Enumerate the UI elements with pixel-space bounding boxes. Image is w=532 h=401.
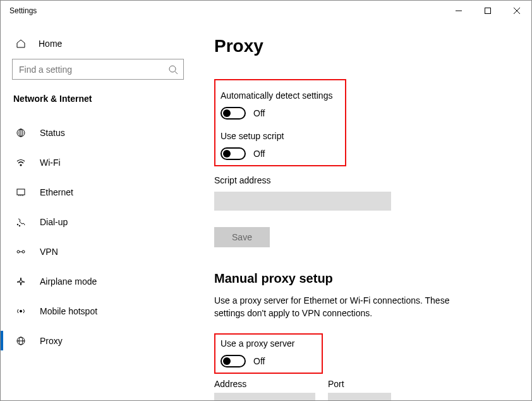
svg-point-17 (22, 250, 25, 253)
svg-rect-1 (485, 8, 491, 14)
search-input[interactable] (12, 59, 184, 80)
svg-rect-10 (17, 189, 25, 195)
auto-proxy-highlight: Automatically detect settings Off Use se… (214, 79, 346, 166)
use-proxy-state: Off (253, 356, 265, 366)
page-title: Proxy (214, 36, 516, 56)
auto-detect-toggle[interactable] (221, 107, 246, 120)
sidebar-item-ethernet[interactable]: Ethernet (1, 177, 195, 207)
main-content: Proxy Automatically detect settings Off … (195, 21, 531, 401)
auto-detect-label: Automatically detect settings (221, 90, 340, 101)
manual-description: Use a proxy server for Ethernet or Wi-Fi… (214, 295, 480, 319)
dialup-icon (16, 217, 26, 227)
sidebar-item-label: Wi-Fi (40, 157, 61, 168)
sidebar: Home Network & Internet Status Wi-Fi (1, 21, 195, 401)
maximize-icon (485, 8, 491, 14)
manual-proxy-highlight: Use a proxy server Off (214, 333, 323, 374)
script-address-label: Script address (214, 175, 516, 185)
svg-point-14 (17, 224, 18, 225)
manual-heading: Manual proxy setup (214, 271, 516, 286)
port-label: Port (328, 379, 391, 389)
svg-point-4 (169, 66, 176, 72)
sidebar-item-dialup[interactable]: Dial-up (1, 207, 195, 237)
minimize-button[interactable] (444, 1, 473, 21)
sidebar-item-label: Ethernet (40, 187, 73, 197)
sidebar-item-proxy[interactable]: Proxy (1, 326, 195, 355)
svg-point-15 (19, 225, 20, 226)
wifi-icon (16, 157, 26, 168)
section-heading: Network & Internet (1, 94, 195, 111)
minimize-icon (456, 8, 462, 14)
window-title: Settings (9, 6, 37, 15)
ethernet-icon (16, 187, 26, 197)
search-field[interactable] (19, 65, 168, 75)
sidebar-item-label: Proxy (40, 336, 63, 346)
script-address-input[interactable] (214, 192, 391, 211)
setup-script-toggle[interactable] (221, 147, 246, 160)
save-button[interactable]: Save (214, 227, 270, 247)
sidebar-item-label: VPN (40, 247, 58, 257)
proxy-icon (16, 336, 26, 346)
address-input[interactable] (214, 393, 315, 401)
status-icon (16, 128, 26, 138)
search-icon (168, 65, 178, 75)
vpn-icon (16, 247, 26, 257)
home-label: Home (39, 39, 62, 49)
svg-line-5 (175, 71, 178, 74)
sidebar-item-label: Mobile hotspot (40, 306, 97, 316)
svg-point-9 (20, 164, 21, 166)
port-input[interactable] (328, 393, 391, 401)
sidebar-item-airplane[interactable]: Airplane mode (1, 266, 195, 296)
sidebar-item-label: Dial-up (40, 217, 68, 227)
sidebar-item-hotspot[interactable]: Mobile hotspot (1, 296, 195, 326)
home-icon (16, 39, 26, 49)
maximize-button[interactable] (473, 1, 502, 21)
close-icon (514, 8, 520, 14)
hotspot-icon (16, 306, 26, 316)
close-button[interactable] (502, 1, 531, 21)
address-label: Address (214, 379, 315, 389)
airplane-icon (16, 276, 26, 287)
sidebar-item-vpn[interactable]: VPN (1, 237, 195, 266)
setup-script-state: Off (253, 149, 265, 159)
use-proxy-toggle[interactable] (221, 355, 246, 367)
sidebar-item-wifi[interactable]: Wi-Fi (1, 147, 195, 177)
sidebar-item-label: Status (40, 128, 65, 138)
nav-list: Status Wi-Fi Ethernet Dial-up (1, 118, 195, 355)
home-link[interactable]: Home (1, 36, 195, 59)
setup-script-label: Use setup script (221, 131, 340, 141)
titlebar: Settings (1, 1, 531, 21)
svg-point-16 (17, 250, 20, 253)
sidebar-item-label: Airplane mode (40, 276, 97, 287)
svg-point-19 (20, 310, 22, 312)
auto-detect-state: Off (253, 108, 265, 118)
use-proxy-label: Use a proxy server (221, 338, 317, 349)
sidebar-item-status[interactable]: Status (1, 118, 195, 147)
